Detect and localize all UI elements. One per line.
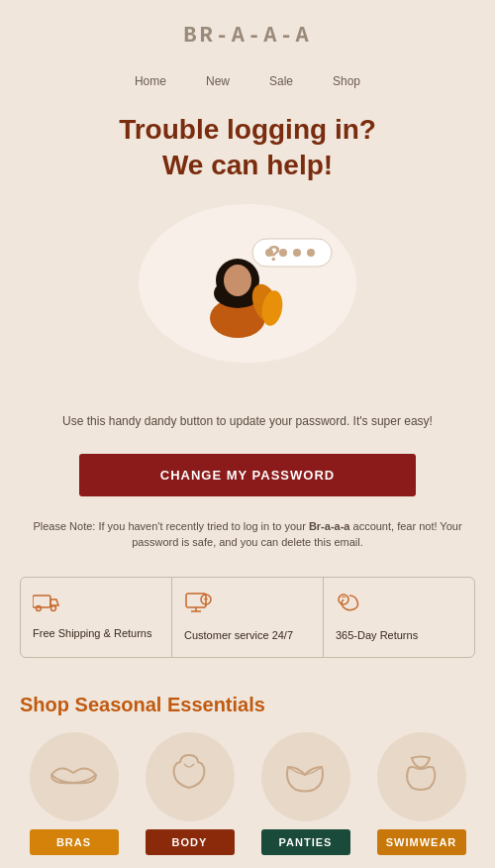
feature-shipping-label: Free Shipping & Returns bbox=[33, 626, 151, 641]
email-wrapper: BR-A-A-A Home New Sale Shop Trouble logg… bbox=[0, 0, 495, 868]
note-text: Please Note: If you haven't recently tri… bbox=[0, 510, 495, 567]
panties-badge[interactable]: PANTIES bbox=[261, 829, 350, 855]
svg-point-5 bbox=[293, 249, 301, 257]
hero-illustration: ? bbox=[148, 209, 346, 358]
seasonal-title: Shop Seasonal Essentials bbox=[20, 694, 475, 716]
body-circle bbox=[146, 732, 235, 821]
bras-circle bbox=[30, 732, 119, 821]
seasonal-item-panties: PANTIES bbox=[251, 732, 359, 855]
nav-home[interactable]: Home bbox=[135, 74, 166, 88]
features-section: Free Shipping & Returns Customer service… bbox=[0, 567, 495, 678]
swimwear-badge[interactable]: SWIMWEAR bbox=[377, 829, 466, 855]
illustration-blob: ? bbox=[139, 204, 356, 363]
seasonal-item-body: BODY bbox=[136, 732, 244, 855]
hero-title: Trouble logging in?We can help! bbox=[30, 112, 465, 184]
svg-rect-14 bbox=[33, 596, 50, 607]
nav-new[interactable]: New bbox=[206, 74, 230, 88]
seasonal-section: Shop Seasonal Essentials BRAS bbox=[0, 678, 495, 868]
feature-returns: 365-Day Returns bbox=[324, 578, 474, 657]
feature-service: Customer service 24/7 bbox=[172, 578, 324, 657]
nav-shop[interactable]: Shop bbox=[333, 74, 360, 88]
svg-point-11 bbox=[224, 265, 251, 296]
features-grid: Free Shipping & Returns Customer service… bbox=[20, 577, 475, 658]
returns-icon bbox=[336, 592, 363, 620]
svg-point-15 bbox=[37, 605, 42, 610]
feature-service-label: Customer service 24/7 bbox=[184, 628, 293, 643]
service-icon bbox=[184, 592, 212, 620]
header: BR-A-A-A bbox=[0, 0, 495, 66]
seasonal-item-swimwear: SWIMWEAR bbox=[367, 732, 475, 855]
swimwear-circle bbox=[377, 732, 466, 821]
svg-rect-2 bbox=[252, 239, 332, 267]
nav-sale[interactable]: Sale bbox=[269, 74, 293, 88]
body-description: Use this handy dandy button to update yo… bbox=[0, 402, 495, 440]
nav: Home New Sale Shop bbox=[0, 66, 495, 102]
seasonal-items: BRAS BODY bbox=[20, 732, 475, 855]
button-container: CHANGE MY PASSWORD bbox=[0, 440, 495, 510]
truck-icon bbox=[33, 592, 60, 618]
svg-point-16 bbox=[51, 605, 56, 610]
svg-point-6 bbox=[307, 249, 315, 257]
panties-circle bbox=[261, 732, 350, 821]
bras-badge[interactable]: BRAS bbox=[30, 829, 119, 855]
svg-text:BR-A-A-A: BR-A-A-A bbox=[183, 24, 312, 49]
change-password-button[interactable]: CHANGE MY PASSWORD bbox=[79, 454, 416, 496]
body-badge[interactable]: BODY bbox=[146, 829, 235, 855]
feature-returns-label: 365-Day Returns bbox=[336, 628, 418, 643]
illustration-container: ? bbox=[30, 204, 465, 363]
hero-section: Trouble logging in?We can help! ? bbox=[0, 102, 495, 402]
feature-shipping: Free Shipping & Returns bbox=[21, 578, 172, 657]
seasonal-item-bras: BRAS bbox=[20, 732, 128, 855]
logo: BR-A-A-A bbox=[20, 18, 475, 56]
svg-text:?: ? bbox=[267, 241, 280, 266]
